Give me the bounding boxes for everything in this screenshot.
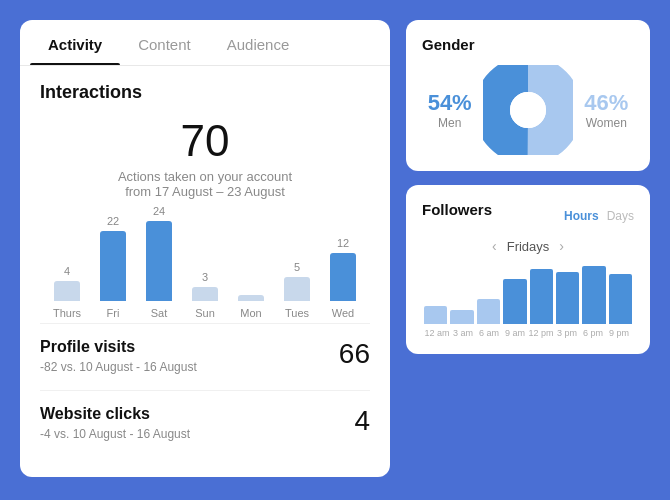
next-day-arrow[interactable]: › <box>559 238 564 254</box>
followers-toggle: Hours Days <box>564 209 634 223</box>
bar-label: Tues <box>285 307 309 319</box>
section-title: Interactions <box>40 82 370 103</box>
bar-col-sat: 24Sat <box>136 205 182 319</box>
total-number: 70 <box>40 119 370 163</box>
followers-bar <box>609 274 632 324</box>
x-label: 9 pm <box>606 328 632 338</box>
bar <box>54 281 80 301</box>
followers-chart <box>422 264 634 324</box>
followers-bar <box>530 269 553 324</box>
followers-bar <box>503 279 526 324</box>
followers-header: Followers Hours Days <box>422 201 634 230</box>
bar-value: 3 <box>202 271 208 283</box>
bar-col-mon: Mon <box>228 291 274 319</box>
bar-value: 24 <box>153 205 165 217</box>
bar-chart: 4Thurs22Fri24Sat3SunMon5Tues12Wed <box>40 219 370 319</box>
bar-value: 22 <box>107 215 119 227</box>
stat-divider <box>40 390 370 391</box>
gender-card: Gender 54% Men 46% Wo <box>406 20 650 171</box>
followers-x-axis: 12 am3 am6 am9 am12 pm3 pm6 pm9 pm <box>422 324 634 338</box>
bar-label: Wed <box>332 307 354 319</box>
stats-container: Profile visits-82 vs. 10 August - 16 Aug… <box>40 338 370 441</box>
day-label: Fridays <box>507 239 550 254</box>
followers-title: Followers <box>422 201 492 218</box>
tab-activity[interactable]: Activity <box>30 20 120 65</box>
gender-title: Gender <box>422 36 634 53</box>
tab-bar: Activity Content Audience <box>20 20 390 66</box>
bar <box>238 295 264 301</box>
bar-value: 4 <box>64 265 70 277</box>
stat-row-1: Website clicks-4 vs. 10 August - 16 Augu… <box>40 405 370 441</box>
bar-col-wed: 12Wed <box>320 237 366 319</box>
bar-label: Sun <box>195 307 215 319</box>
x-label: 6 pm <box>580 328 606 338</box>
bar <box>330 253 356 301</box>
x-label: 9 am <box>502 328 528 338</box>
toggle-hours[interactable]: Hours <box>564 209 599 223</box>
women-label: Women <box>584 116 628 130</box>
bar-col-fri: 22Fri <box>90 215 136 319</box>
bar-col-tues: 5Tues <box>274 261 320 319</box>
bar-col-thurs: 4Thurs <box>44 265 90 319</box>
stat-row-0: Profile visits-82 vs. 10 August - 16 Aug… <box>40 338 370 374</box>
bar-col-sun: 3Sun <box>182 271 228 319</box>
total-label: Actions taken on your account from 17 Au… <box>40 169 370 199</box>
bar-value: 12 <box>337 237 349 249</box>
stat-left: Website clicks-4 vs. 10 August - 16 Augu… <box>40 405 190 441</box>
bar-value: 5 <box>294 261 300 273</box>
gender-section: 54% Men 46% Women <box>422 65 634 155</box>
stat-sub: -4 vs. 10 August - 16 August <box>40 427 190 441</box>
stat-label: Profile visits <box>40 338 197 356</box>
right-side: Gender 54% Men 46% Wo <box>406 20 650 354</box>
bar-label: Sat <box>151 307 168 319</box>
women-stat: 46% Women <box>584 90 628 130</box>
svg-point-2 <box>510 92 546 128</box>
prev-day-arrow[interactable]: ‹ <box>492 238 497 254</box>
followers-bar <box>424 306 447 324</box>
day-nav: ‹ Fridays › <box>422 238 634 254</box>
card-body: Interactions 70 Actions taken on your ac… <box>20 66 390 477</box>
followers-bar <box>582 266 605 324</box>
x-label: 12 am <box>424 328 450 338</box>
activity-card: Activity Content Audience Interactions 7… <box>20 20 390 477</box>
stat-left: Profile visits-82 vs. 10 August - 16 Aug… <box>40 338 197 374</box>
pie-chart <box>483 65 573 155</box>
x-label: 6 am <box>476 328 502 338</box>
divider <box>40 323 370 324</box>
followers-bar <box>450 310 473 324</box>
x-label: 12 pm <box>528 328 554 338</box>
bar-label: Mon <box>240 307 261 319</box>
stat-sub: -82 vs. 10 August - 16 August <box>40 360 197 374</box>
men-pct: 54% <box>428 90 472 116</box>
x-label: 3 am <box>450 328 476 338</box>
stat-value: 66 <box>339 338 370 370</box>
tab-content[interactable]: Content <box>120 20 209 65</box>
tab-audience[interactable]: Audience <box>209 20 308 65</box>
bar <box>146 221 172 301</box>
men-label: Men <box>428 116 472 130</box>
men-stat: 54% Men <box>428 90 472 130</box>
stat-value: 4 <box>354 405 370 437</box>
stat-label: Website clicks <box>40 405 190 423</box>
bar-label: Fri <box>107 307 120 319</box>
women-pct: 46% <box>584 90 628 116</box>
bar-label: Thurs <box>53 307 81 319</box>
toggle-days[interactable]: Days <box>607 209 634 223</box>
followers-card: Followers Hours Days ‹ Fridays › 12 am3 … <box>406 185 650 354</box>
bar <box>284 277 310 301</box>
followers-bar <box>556 272 579 324</box>
bar <box>192 287 218 301</box>
followers-bar <box>477 299 500 324</box>
main-container: Activity Content Audience Interactions 7… <box>0 0 670 500</box>
x-label: 3 pm <box>554 328 580 338</box>
bar <box>100 231 126 301</box>
